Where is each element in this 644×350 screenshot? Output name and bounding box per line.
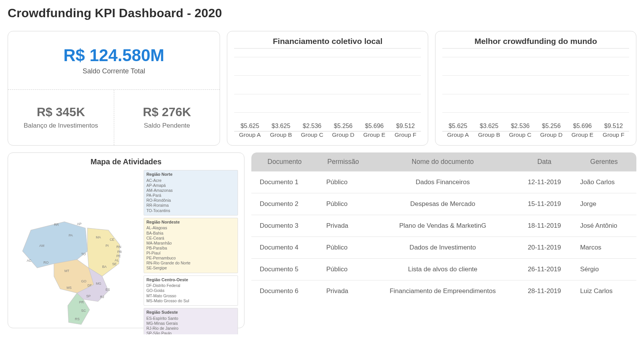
svg-text:RR: RR: [54, 223, 59, 227]
table-cell: Dados de Investimento: [369, 237, 517, 259]
svg-text:RS: RS: [75, 317, 79, 321]
documents-table-card: DocumentoPermissãoNome do documentoDataG…: [251, 152, 636, 328]
legend-region: Região NorteAC-AcreAP-AmapáAM-AmazonasPA…: [144, 170, 238, 216]
kpi-invest-value: R$ 345K: [37, 105, 85, 119]
table-header: Data: [517, 152, 572, 172]
bar-category-label: Group B: [267, 131, 295, 141]
table-cell: João Carlos: [572, 172, 636, 193]
legend-region: Região NordesteAL-AlagoasBA-BahiaCE-Cear…: [144, 218, 238, 273]
table-cell: Documento 4: [251, 237, 318, 259]
table-cell: Plano de Vendas & MarketinG: [369, 215, 517, 237]
legend-region: Região Centro-OesteDF-Distrito FederalGO…: [144, 275, 238, 306]
documents-table: DocumentoPermissãoNome do documentoDataG…: [251, 152, 636, 302]
kpi-total-label: Saldo Corrente Total: [83, 67, 145, 75]
table-cell: Privada: [318, 280, 368, 302]
bar-category-label: Group C: [506, 131, 534, 141]
bar-category-label: Group A: [444, 131, 472, 141]
svg-text:AP: AP: [77, 222, 82, 226]
table-cell: Sérgio: [572, 259, 636, 280]
table-cell: Financiamento de Empreendimentos: [369, 280, 517, 302]
svg-text:RJ: RJ: [100, 295, 104, 299]
table-cell: Despesas de Mercado: [369, 193, 517, 215]
table-cell: Documento 3: [251, 215, 318, 237]
bar-value-label: $2.536: [511, 123, 529, 130]
svg-text:AM: AM: [39, 244, 44, 248]
svg-text:PI: PI: [105, 244, 108, 248]
table-cell: Documento 5: [251, 259, 318, 280]
table-cell: 15-11-2019: [517, 193, 572, 215]
bar-category-label: Group F: [392, 131, 419, 141]
bar-value-label: $2.536: [303, 123, 322, 130]
table-header: Documento: [251, 152, 318, 172]
table-cell: Público: [318, 172, 368, 193]
table-row[interactable]: Documento 5PúblicoLista de alvos do clie…: [251, 259, 636, 280]
table-row[interactable]: Documento 1PúblicoDados Financeiros12-11…: [251, 172, 636, 193]
kpi-card: R$ 124.580M Saldo Corrente Total R$ 345K…: [8, 31, 220, 146]
svg-text:CE: CE: [110, 238, 114, 241]
table-cell: Lista de alvos do cliente: [369, 259, 517, 280]
bar-category-label: Group A: [236, 131, 264, 141]
bar-value-label: $5.256: [334, 123, 353, 130]
table-row[interactable]: Documento 2PúblicoDespesas de Mercado15-…: [251, 193, 636, 215]
bar-value-label: $5.256: [542, 123, 561, 130]
table-cell: Privada: [318, 215, 368, 237]
table-cell: 20-11-2019: [517, 237, 572, 259]
svg-text:TO: TO: [81, 252, 86, 256]
svg-text:MS: MS: [66, 286, 71, 290]
kpi-pending-value: R$ 276K: [143, 105, 191, 119]
kpi-invest-label: Balanço de Investimentos: [24, 122, 98, 130]
svg-text:PA: PA: [69, 233, 73, 237]
kpi-total-value: R$ 124.580M: [63, 46, 164, 65]
chart-best-world-crowdfunding: Melhor crowdfunding do mundo $5.625$3.62…: [435, 31, 636, 146]
table-cell: Marcos: [572, 237, 636, 259]
table-cell: 12-11-2019: [517, 172, 572, 193]
svg-text:AC: AC: [27, 259, 31, 262]
table-cell: 18-11-2019: [517, 215, 572, 237]
chart-title: Melhor crowdfunding do mundo: [442, 37, 629, 46]
bar-category-label: Group C: [298, 131, 326, 141]
table-row[interactable]: Documento 4PúblicoDados de Investimento2…: [251, 237, 636, 259]
svg-text:AL: AL: [115, 258, 119, 262]
table-header: Gerentes: [572, 152, 636, 172]
bar-value-label: $5.696: [573, 123, 592, 130]
table-cell: Público: [318, 193, 368, 215]
bar-value-label: $9.512: [396, 123, 415, 130]
table-cell: José Antônio: [572, 215, 636, 237]
table-cell: Documento 6: [251, 280, 318, 302]
map-title: Mapa de Atividades: [14, 157, 238, 166]
bar-category-label: Group D: [537, 131, 565, 141]
activity-map-card: Mapa de Atividades AM PA AC RR AP TO RO …: [8, 152, 244, 328]
bar-value-label: $3.625: [272, 123, 290, 130]
table-cell: Jorge: [572, 193, 636, 215]
svg-text:MG: MG: [96, 282, 101, 285]
bar-value-label: $5.625: [448, 123, 467, 130]
bar-category-label: Group B: [475, 131, 503, 141]
bar-value-label: $5.625: [241, 123, 259, 130]
svg-text:SE: SE: [112, 262, 117, 266]
svg-text:GO: GO: [81, 279, 87, 283]
brazil-map: AM PA AC RR AP TO RO MA CE PI RN PB PE A…: [14, 170, 140, 334]
table-cell: Público: [318, 237, 368, 259]
kpi-pending-label: Saldo Pendente: [144, 122, 190, 130]
table-cell: 26-11-2019: [517, 259, 572, 280]
page-title: Crowdfunding KPI Dashboard - 2020: [8, 6, 636, 20]
table-cell: 28-11-2019: [517, 280, 572, 302]
table-cell: Luiz Carlos: [572, 280, 636, 302]
bar-category-label: Group E: [360, 131, 388, 141]
bar-value-label: $9.512: [604, 123, 623, 130]
svg-text:SP: SP: [86, 294, 91, 298]
legend-region: Região SudesteES-Espírito SantoMG-Minas …: [144, 308, 238, 334]
bar-category-label: Group E: [568, 131, 596, 141]
chart-title: Financiamento coletivo local: [234, 37, 421, 46]
table-cell: Dados Financeiros: [369, 172, 517, 193]
table-cell: Documento 1: [251, 172, 318, 193]
table-cell: Documento 2: [251, 193, 318, 215]
table-header: Nome do documento: [369, 152, 517, 172]
bar-category-label: Group D: [329, 131, 357, 141]
svg-text:MA: MA: [96, 235, 101, 239]
svg-text:RO: RO: [44, 261, 49, 264]
svg-text:PR: PR: [79, 300, 84, 304]
bar-value-label: $3.625: [480, 123, 498, 130]
table-row[interactable]: Documento 6PrivadaFinanciamento de Empre…: [251, 280, 636, 302]
table-row[interactable]: Documento 3PrivadaPlano de Vendas & Mark…: [251, 215, 636, 237]
